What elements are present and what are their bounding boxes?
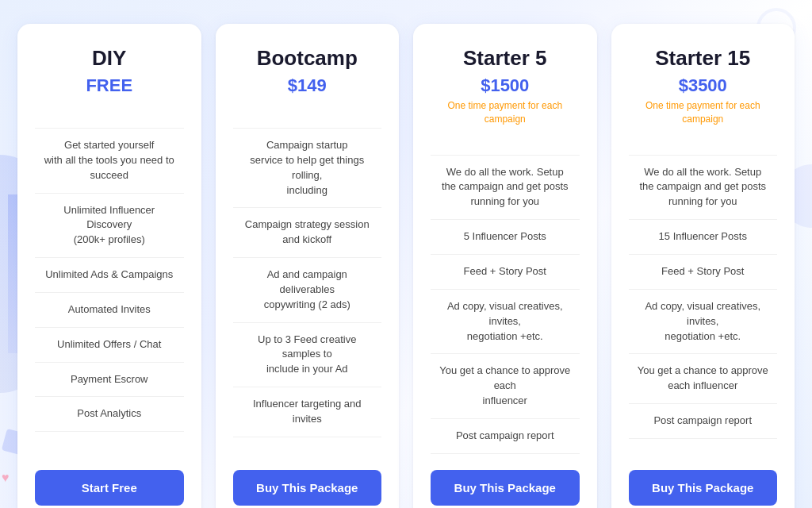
feature-item-diy-3: Automated Invites: [35, 293, 184, 328]
feature-item-starter5-5: Post campaign report: [431, 419, 580, 454]
cta-button-starter5[interactable]: Buy This Package: [431, 470, 580, 506]
feature-item-starter15-0: We do all the work. Setup the campaign a…: [629, 155, 778, 221]
card-header-starter15: Starter 15$3500One time payment for each…: [629, 46, 778, 139]
feature-item-starter5-1: 5 Influencer Posts: [431, 220, 580, 255]
feature-item-bootcamp-2: Ad and campaign deliverables copywriting…: [233, 258, 382, 323]
card-header-diy: DIYFREE: [35, 46, 184, 112]
feature-item-starter5-2: Feed + Story Post: [431, 255, 580, 290]
plan-note-starter5: One time payment for each campaign: [431, 99, 580, 126]
features-list-bootcamp: Campaign startup service to help get thi…: [233, 128, 382, 454]
feature-item-starter15-5: Post campaign report: [629, 404, 778, 439]
features-list-starter15: We do all the work. Setup the campaign a…: [629, 155, 778, 454]
feature-item-starter15-3: Ad copy, visual creatives, invites, nego…: [629, 290, 778, 355]
feature-item-diy-6: Post Analytics: [35, 397, 184, 432]
pricing-card-starter5: Starter 5$1500One time payment for each …: [413, 24, 597, 508]
feature-item-diy-4: Unlimited Offers / Chat: [35, 328, 184, 363]
feature-item-bootcamp-1: Campaign strategy session and kickoff: [233, 208, 382, 258]
feature-item-starter5-3: Ad copy, visual creatives, invites, nego…: [431, 290, 580, 355]
features-list-diy: Get started yourself with all the tools …: [35, 128, 184, 454]
card-header-bootcamp: Bootcamp$149: [233, 46, 382, 112]
feature-item-starter5-4: You get a chance to approve each influen…: [431, 354, 580, 419]
plan-name-bootcamp: Bootcamp: [233, 46, 382, 71]
feature-item-starter15-2: Feed + Story Post: [629, 255, 778, 290]
pricing-card-starter15: Starter 15$3500One time payment for each…: [611, 24, 795, 508]
feature-item-diy-5: Payment Escrow: [35, 363, 184, 398]
plan-price-diy: FREE: [35, 75, 184, 96]
card-header-starter5: Starter 5$1500One time payment for each …: [431, 46, 580, 139]
pricing-card-bootcamp: Bootcamp$149Campaign startup service to …: [216, 24, 400, 508]
cta-button-starter15[interactable]: Buy This Package: [629, 470, 778, 506]
pricing-card-diy: DIYFREEGet started yourself with all the…: [17, 24, 201, 508]
plan-name-diy: DIY: [35, 46, 184, 71]
plan-price-starter5: $1500: [431, 75, 580, 96]
feature-item-bootcamp-3: Up to 3 Feed creative samples to include…: [233, 323, 382, 388]
feature-item-bootcamp-4: Influencer targeting and invites: [233, 387, 382, 437]
feature-item-starter15-4: You get a chance to approve each influen…: [629, 354, 778, 404]
plan-price-bootcamp: $149: [233, 75, 382, 96]
pricing-container: DIYFREEGet started yourself with all the…: [17, 24, 795, 508]
feature-item-bootcamp-0: Campaign startup service to help get thi…: [233, 128, 382, 208]
feature-item-diy-1: Unlimited Influencer Discovery (200k+ pr…: [35, 194, 184, 259]
cta-button-diy[interactable]: Start Free: [35, 470, 184, 506]
cta-button-bootcamp[interactable]: Buy This Package: [233, 470, 382, 506]
features-list-starter5: We do all the work. Setup the campaign a…: [431, 155, 580, 454]
plan-name-starter15: Starter 15: [629, 46, 778, 71]
plan-price-starter15: $3500: [629, 75, 778, 96]
plan-note-starter15: One time payment for each campaign: [629, 99, 778, 126]
feature-item-starter15-1: 15 Influencer Posts: [629, 220, 778, 255]
feature-item-diy-0: Get started yourself with all the tools …: [35, 128, 184, 194]
feature-item-diy-2: Unlimited Ads & Campaigns: [35, 258, 184, 293]
plan-name-starter5: Starter 5: [431, 46, 580, 71]
feature-item-starter5-0: We do all the work. Setup the campaign a…: [431, 155, 580, 221]
